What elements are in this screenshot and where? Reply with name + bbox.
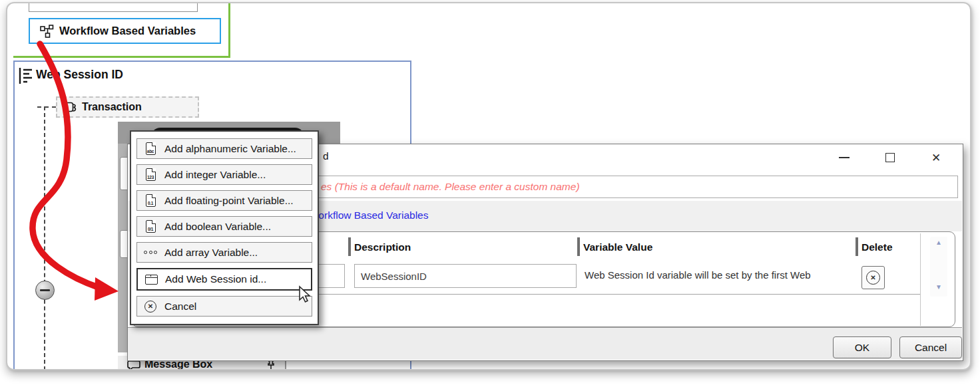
maximize-icon: [885, 153, 895, 162]
tree-connector-horizontal: [37, 106, 56, 108]
message-box-node-edge: [285, 361, 286, 370]
cancel-button[interactable]: Cancel: [899, 336, 962, 358]
menu-item-add-array[interactable]: Add array Variable...: [136, 242, 312, 263]
transaction-label: Transaction: [82, 101, 142, 113]
partial-node-box: [29, 2, 198, 12]
pin-icon: [266, 360, 276, 370]
menu-item-add-boolean[interactable]: 0/1 Add boolean Variable...: [136, 216, 312, 237]
minimize-button[interactable]: [833, 148, 856, 167]
workflow-based-variables-label: Workflow Based Variables: [59, 25, 196, 37]
dialog-title-visible: d: [323, 150, 329, 162]
green-container-bottom-edge: [13, 56, 230, 58]
column-divider: [856, 237, 858, 256]
blue-container-top-edge: [13, 61, 411, 62]
alphanumeric-doc-icon: abc: [142, 142, 158, 155]
delete-circle-x-icon: ✕: [866, 271, 880, 285]
minimize-icon: [839, 157, 850, 158]
workflow-sitemap-icon: [39, 25, 55, 38]
column-header-variable-value: Variable Value: [583, 241, 652, 253]
speech-bubble-icon: [127, 360, 141, 370]
menu-item-add-alphanumeric[interactable]: abc Add alphanumeric Variable...: [136, 138, 312, 159]
boolean-doc-icon: 0/1: [142, 220, 158, 233]
integer-doc-icon: 123: [142, 168, 158, 181]
scroll-up-icon[interactable]: ▲: [930, 239, 947, 246]
column-divider: [577, 237, 580, 256]
cancel-circle-icon: ✕: [142, 301, 158, 313]
array-icon: [142, 251, 158, 254]
variable-value-text: Web Session Id variable will be set by t…: [585, 269, 811, 281]
scrollbar-gutter-line: [920, 233, 921, 326]
blue-container-right-edge-lower: [410, 361, 411, 370]
window-frame: Workflow Based Variables Web Session ID: [6, 2, 971, 370]
close-button[interactable]: ✕: [925, 148, 947, 167]
blue-container-left-edge: [13, 61, 15, 370]
column-header-delete: Delete: [861, 241, 893, 253]
category-link[interactable]: Workflow Based Variables: [309, 209, 428, 221]
close-icon: ✕: [931, 152, 941, 164]
transaction-node[interactable]: Transaction: [56, 96, 199, 118]
menu-item-add-web-session-id[interactable]: Add Web Session id...: [136, 268, 312, 291]
screenshot-stage: Workflow Based Variables Web Session ID: [0, 0, 980, 387]
collapse-node-button[interactable]: [35, 281, 55, 300]
transaction-icon: [63, 100, 79, 114]
green-container-right-edge: [228, 2, 230, 58]
menu-item-add-integer[interactable]: 123 Add integer Variable...: [136, 164, 312, 185]
table-scrollbar[interactable]: ▲ ▼: [930, 237, 947, 297]
menu-item-add-floating-point[interactable]: 0.1 Add floating-point Variable...: [136, 190, 312, 211]
column-divider: [348, 237, 351, 256]
maximize-button[interactable]: [879, 148, 901, 167]
minus-icon: [40, 289, 50, 292]
workflow-canvas: Workflow Based Variables Web Session ID: [6, 2, 971, 370]
menu-item-cancel[interactable]: ✕ Cancel: [136, 296, 312, 317]
group-title: Web Session ID: [36, 68, 123, 82]
ok-button[interactable]: OK: [833, 336, 891, 358]
delete-row-button[interactable]: ✕: [861, 266, 885, 289]
default-name-warning: es (This is a default name. Please enter…: [321, 181, 580, 193]
tree-connector-vertical: [44, 106, 45, 370]
column-header-description: Description: [354, 241, 411, 253]
add-variable-context-menu: abc Add alphanumeric Variable... 123 Add…: [130, 130, 319, 325]
scroll-down-icon[interactable]: ▼: [930, 283, 947, 291]
float-doc-icon: 0.1: [142, 194, 158, 207]
description-cell-input[interactable]: WebSessionID: [354, 264, 577, 288]
blue-container-right-edge-upper: [410, 61, 411, 144]
test-steps-icon: [18, 66, 33, 88]
workflow-based-variables-button[interactable]: Workflow Based Variables: [29, 18, 221, 44]
web-session-window-icon: [143, 275, 159, 285]
